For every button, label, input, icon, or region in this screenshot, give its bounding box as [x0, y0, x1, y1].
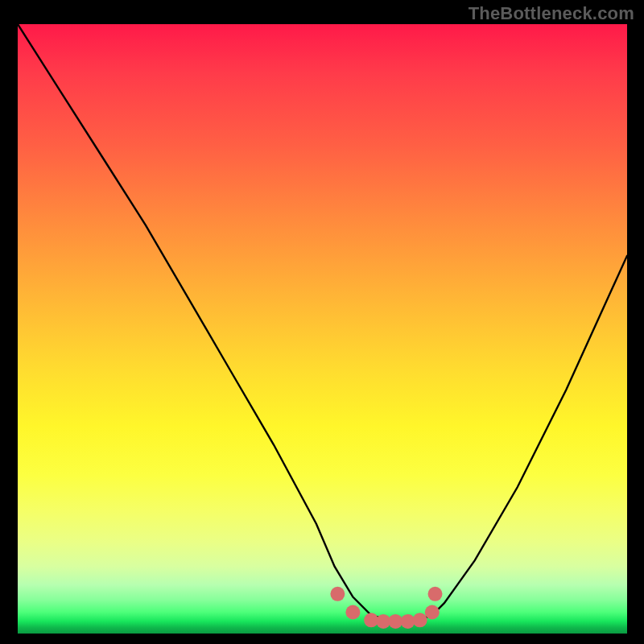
- marker-dot: [330, 587, 345, 601]
- marker-dot: [428, 587, 443, 601]
- marker-dot: [345, 605, 360, 620]
- bottleneck-curve: [18, 24, 627, 621]
- chart-frame: TheBottleneck.com: [0, 0, 644, 644]
- curve-layer: [18, 24, 627, 634]
- marker-dot: [425, 605, 440, 620]
- attribution-label: TheBottleneck.com: [469, 3, 634, 24]
- bottom-marker-dots: [330, 587, 442, 629]
- plot-area: [18, 24, 627, 634]
- marker-dot: [413, 613, 427, 627]
